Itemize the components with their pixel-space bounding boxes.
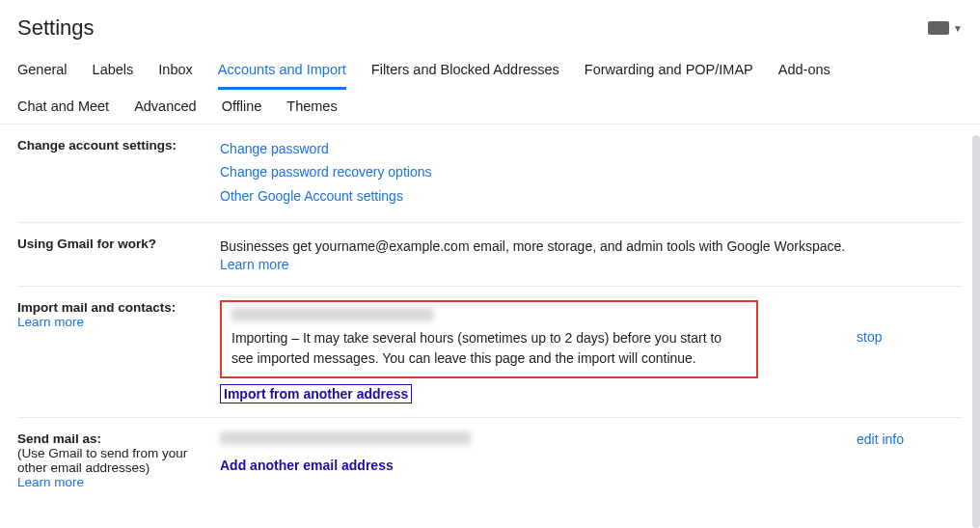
- tab-general[interactable]: General: [17, 52, 68, 89]
- scrollbar[interactable]: [972, 135, 980, 528]
- tab-addons[interactable]: Add-ons: [778, 52, 830, 89]
- chevron-down-icon: ▼: [953, 23, 963, 34]
- tab-advanced[interactable]: Advanced: [134, 89, 197, 124]
- page-title: Settings: [17, 15, 95, 41]
- stop-import-link[interactable]: stop: [857, 329, 882, 345]
- change-password-link[interactable]: Change password: [220, 138, 963, 159]
- tab-forwarding[interactable]: Forwarding and POP/IMAP: [585, 52, 753, 89]
- section-label: Send mail as:: [17, 431, 101, 446]
- section-label: Using Gmail for work?: [17, 236, 156, 251]
- section-change-account: Change account settings: Change password…: [17, 125, 963, 223]
- input-tools-menu[interactable]: ▼: [928, 21, 963, 35]
- other-google-settings-link[interactable]: Other Google Account settings: [220, 185, 963, 207]
- tab-accounts-import[interactable]: Accounts and Import: [218, 52, 346, 90]
- section-workspace: Using Gmail for work? Businesses get you…: [17, 223, 963, 287]
- import-status-text: Importing – It may take several hours (s…: [231, 328, 747, 369]
- workspace-learn-more-link[interactable]: Learn more: [220, 257, 289, 272]
- tab-chat-meet[interactable]: Chat and Meet: [17, 89, 109, 124]
- section-label: Change account settings:: [17, 138, 177, 153]
- tab-filters[interactable]: Filters and Blocked Addresses: [371, 52, 559, 89]
- section-send-mail-as: Send mail as: (Use Gmail to send from yo…: [17, 418, 963, 503]
- imported-account-redacted: [231, 308, 434, 321]
- section-sublabel: (Use Gmail to send from your other email…: [17, 446, 187, 475]
- tab-inbox[interactable]: Inbox: [158, 52, 192, 89]
- sendas-learn-more-link[interactable]: Learn more: [17, 475, 84, 489]
- import-status-highlight: Importing – It may take several hours (s…: [220, 300, 758, 378]
- settings-tabs: General Labels Inbox Accounts and Import…: [0, 52, 980, 125]
- section-label: Import mail and contacts:: [17, 300, 176, 315]
- add-another-email-link[interactable]: Add another email address: [220, 458, 394, 473]
- section-import: Import mail and contacts: Learn more Imp…: [17, 287, 963, 418]
- edit-info-link[interactable]: edit info: [857, 431, 904, 447]
- tab-themes[interactable]: Themes: [286, 89, 337, 124]
- import-learn-more-link[interactable]: Learn more: [17, 315, 84, 329]
- keyboard-icon: [928, 21, 949, 35]
- tab-offline[interactable]: Offline: [222, 89, 262, 124]
- tab-labels[interactable]: Labels: [93, 52, 134, 89]
- change-recovery-link[interactable]: Change password recovery options: [220, 161, 963, 182]
- workspace-text: Businesses get yourname@example.com emai…: [220, 238, 845, 254]
- sendas-account-redacted: [220, 431, 471, 445]
- import-from-another-link[interactable]: Import from another address: [220, 384, 412, 403]
